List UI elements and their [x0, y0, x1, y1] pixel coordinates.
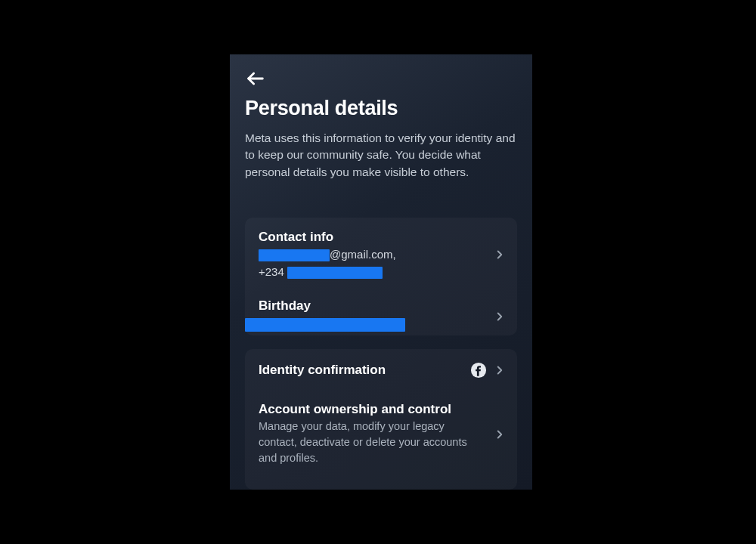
row-account-ownership[interactable]: Account ownership and control Manage you…: [245, 391, 517, 477]
row-identity-confirmation[interactable]: Identity confirmation: [245, 349, 517, 391]
page-subtitle: Meta uses this information to verify you…: [245, 130, 517, 181]
page-title: Personal details: [245, 97, 398, 120]
card-identity-ownership: Identity confirmation Account ownership …: [245, 349, 517, 490]
redacted-birthday-value: [245, 318, 405, 332]
ownership-subtitle: Manage your data, modify your legacy con…: [259, 419, 482, 466]
chevron-right-icon: [493, 310, 507, 323]
redacted-phone-number: [287, 267, 383, 279]
chevron-right-icon: [493, 248, 507, 261]
chevron-right-icon: [493, 428, 507, 441]
contact-info-title: Contact info: [259, 230, 482, 245]
facebook-icon: [470, 362, 487, 379]
identity-title: Identity confirmation: [259, 363, 482, 378]
row-birthday[interactable]: Birthday: [245, 291, 517, 342]
back-button[interactable]: [245, 68, 266, 89]
arrow-left-icon: [245, 68, 266, 89]
chevron-right-icon: [493, 363, 507, 377]
redacted-email-name: [259, 249, 330, 261]
settings-screen: Personal details Meta uses this informat…: [230, 54, 532, 490]
birthday-title: Birthday: [245, 298, 482, 314]
email-suffix: @gmail.com,: [330, 248, 396, 261]
phone-prefix: +234: [259, 265, 284, 278]
contact-info-value: @gmail.com, +234: [259, 246, 482, 280]
row-contact-info[interactable]: Contact info @gmail.com, +234: [245, 218, 517, 291]
card-contact-birthday: Contact info @gmail.com, +234 Birthday: [245, 218, 517, 335]
ownership-title: Account ownership and control: [259, 402, 482, 417]
